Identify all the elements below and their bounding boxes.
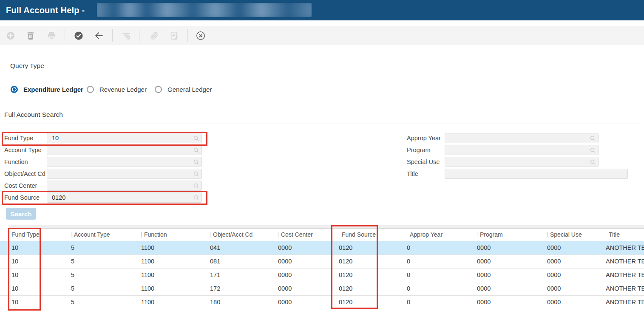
add-icon[interactable] [6,31,15,40]
lookup-magnifier-icon[interactable] [193,171,199,177]
clear-filter-icon[interactable] [122,31,131,40]
table-cell: 10 [9,282,68,295]
approp-year-field [445,133,599,143]
program-field-row: Program [407,145,632,155]
column-separator [477,232,477,237]
radio-selected-icon[interactable] [11,86,18,93]
header-cell-program[interactable]: Program [474,229,544,241]
title-label: Title [407,169,418,179]
table-row[interactable]: 105110008100000120000000000ANOTHER TES [0,255,644,269]
back-icon[interactable] [94,31,104,40]
radio-option-expenditure-ledger[interactable]: Expenditure Ledger [11,85,83,93]
notes-icon[interactable] [170,31,179,40]
table-header-row: Fund TypeAccount TypeFunctionObject/Acct… [0,229,644,241]
account-type-label: Account Type [4,145,42,155]
table-row[interactable]: 105110017100000120000000000ANOTHER TES [0,269,644,282]
column-separator [141,232,142,237]
table-cell: 172 [207,282,275,295]
column-separator [606,232,606,237]
table-cell: 0120 [336,296,404,309]
lookup-magnifier-icon[interactable] [590,147,596,153]
header-cell-function[interactable]: Function [138,229,207,241]
lookup-magnifier-icon[interactable] [193,135,199,141]
table-cell: 081 [207,255,275,268]
lookup-magnifier-icon[interactable] [193,195,199,201]
table-cell: 0000 [544,296,603,309]
table-cell: 0000 [474,241,544,254]
delete-icon[interactable] [26,31,35,40]
header-cell-title[interactable]: Title [603,229,644,241]
toolbar-separator [65,29,65,42]
account-type-input[interactable] [47,145,202,155]
lookup-magnifier-icon[interactable] [590,135,596,141]
table-cell: 0 [404,255,474,268]
header-cell-account-type[interactable]: Account Type [68,229,138,241]
fund-source-label: Fund Source [4,192,40,203]
table-cell: 10 [9,241,68,254]
radio-unselected-icon[interactable] [155,86,162,93]
fund-type-label: Fund Type [4,133,33,143]
table-cell: ANOTHER TES [603,241,644,254]
print-icon[interactable] [47,31,56,40]
fund-type-field-row: Fund Type [4,133,207,143]
toolbar-separator [187,29,188,42]
approp-year-label: Approp Year [407,133,441,143]
table-row[interactable]: 105110018000000120000000000ANOTHER TES [0,296,644,309]
table-cell: 5 [68,296,138,309]
window-title-bar: Full Account Help - [0,0,644,20]
fund-source-input[interactable] [47,192,202,203]
query-type-heading: Query Type [10,62,44,70]
title-field-row: Title [407,169,632,179]
accept-icon[interactable] [74,31,83,40]
cost-center-input[interactable] [47,181,202,191]
lookup-magnifier-icon[interactable] [193,159,199,165]
radio-option-revenue-ledger[interactable]: Revenue Ledger [87,85,147,93]
cost-center-field-row: Cost Center [4,181,207,191]
attachment-icon[interactable] [150,31,159,40]
table-cell: 10 [9,296,68,309]
header-cell-special-use[interactable]: Special Use [544,229,603,241]
table-cell: 171 [207,269,275,282]
full-account-search-heading: Full Account Search [4,111,63,119]
table-cell: 0000 [544,269,603,282]
program-field [445,145,599,155]
table-cell: 5 [68,282,138,295]
function-input[interactable] [47,157,202,167]
cost-center-field [47,181,202,191]
header-cell-cost-center[interactable]: Cost Center [275,229,336,241]
radio-option-general-ledger[interactable]: General Ledger [155,85,212,93]
table-cell: 180 [207,296,275,309]
table-row[interactable]: 105110004100000120000000000ANOTHER TES [0,241,644,255]
header-cell-object-acct-cd[interactable]: Object/Acct Cd [207,229,275,241]
table-cell: 0000 [474,282,544,295]
lookup-magnifier-icon[interactable] [590,159,596,165]
account-type-field-row: Account Type [4,145,207,155]
window-title: Full Account Help - [6,0,85,20]
title-input[interactable] [445,169,628,179]
table-cell: 1100 [138,296,207,309]
object-acct-cd-label: Object/Acct Cd [4,169,45,179]
object-acct-cd-field-row: Object/Acct Cd [4,169,207,179]
search-button[interactable]: Search [6,208,36,220]
fund-source-field-row: Fund Source [4,192,207,203]
table-cell: 0000 [275,241,336,254]
radio-label: Revenue Ledger [99,86,147,93]
fund-type-input[interactable] [47,133,202,143]
header-cell-approp-year[interactable]: Approp Year [404,229,474,241]
table-cell: 0000 [275,282,336,295]
object-acct-cd-input[interactable] [47,169,202,179]
special-use-input[interactable] [445,157,599,167]
approp-year-input[interactable] [445,133,599,143]
header-cell-fund-source[interactable]: Fund Source [336,229,404,241]
lookup-magnifier-icon[interactable] [193,147,199,153]
program-input[interactable] [445,145,599,155]
table-row[interactable]: 105110017200000120000000000ANOTHER TES [0,282,644,296]
table-cell: 0120 [336,282,404,295]
header-cell-fund-type[interactable]: Fund Type [9,229,68,241]
close-icon[interactable] [196,31,205,40]
table-cell: 0 [404,241,474,254]
radio-unselected-icon[interactable] [87,86,94,93]
table-cell: 0000 [474,255,544,268]
lookup-magnifier-icon[interactable] [193,183,199,189]
toolbar-separator [112,29,113,42]
